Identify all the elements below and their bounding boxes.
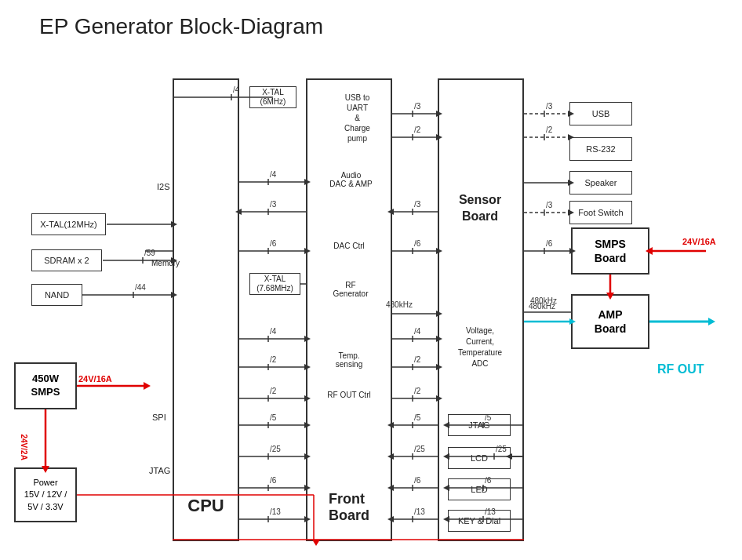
svg-text:/2: /2 <box>414 125 421 134</box>
front-board-label: Front Board <box>329 491 369 524</box>
svg-marker-146 <box>708 318 715 325</box>
annotation-24v16a-smps: 24V/16A <box>682 237 716 246</box>
temp-sensing-label: Temp.sensing <box>314 351 384 369</box>
svg-text:/3: /3 <box>414 102 421 111</box>
svg-text:/5: /5 <box>270 413 277 422</box>
nand-box: NAND <box>31 284 82 306</box>
sensor-board-box <box>438 78 524 541</box>
smps-board-label: SMPS Board <box>595 237 626 265</box>
audio-dac-label: AudioDAC & AMP <box>314 171 388 188</box>
smps-450-box: 450W SMPS <box>14 362 77 409</box>
svg-text:/2: /2 <box>270 387 277 395</box>
cpu-box: CPU I2S SPI JTAG <box>173 78 239 541</box>
svg-text:/44: /44 <box>135 283 146 292</box>
xtal6-box: X-TAL (6MHz) <box>249 86 296 108</box>
amp-board-label: AMP Board <box>595 307 626 336</box>
svg-text:/2: /2 <box>546 125 553 134</box>
cpu-spi-label: SPI <box>152 413 166 422</box>
speaker-box: Speaker <box>569 171 632 195</box>
svg-text:/6: /6 <box>414 239 421 248</box>
key-dial-box: KEY & Dial <box>448 510 511 532</box>
rf-out-label: RF OUT <box>657 362 704 376</box>
rf-gen-label: RFGenerator <box>315 281 386 298</box>
cpu-jtag-label: JTAG <box>149 466 170 475</box>
vct-adc-label: Voltage,Current,TemperatureADC <box>441 325 519 369</box>
xtal768-box: X-TAL (7.68MHz) <box>249 273 300 295</box>
jtag-box: JTAG <box>448 414 511 436</box>
led-box: LED <box>448 478 511 500</box>
page-title: EP Generator Block-Diagram <box>39 14 323 39</box>
usb-box: USB <box>569 102 632 125</box>
svg-text:/2: /2 <box>270 355 277 364</box>
svg-text:/3: /3 <box>546 102 553 111</box>
sdram-box: SDRAM x 2 <box>31 249 102 271</box>
cpu-label: CPU <box>187 496 224 516</box>
svg-text:/4: /4 <box>414 327 421 336</box>
svg-text:/2: /2 <box>414 387 421 395</box>
rs232-box: RS-232 <box>569 137 632 161</box>
smps-450-label: 450W SMPS <box>31 373 60 399</box>
svg-text:/3: /3 <box>414 200 421 209</box>
annotation-24v2a: 24V/2A <box>20 435 28 460</box>
memory-label: Memory <box>151 259 180 267</box>
dac-ctrl-label: DAC Ctrl <box>314 242 384 250</box>
svg-text:/4: /4 <box>270 327 277 336</box>
power-label: Power 15V / 12V / 5V / 3.3V <box>24 477 67 513</box>
svg-text:/2: /2 <box>414 355 421 364</box>
svg-text:/6: /6 <box>414 476 421 485</box>
svg-text:/4: /4 <box>270 170 277 179</box>
svg-text:/3: /3 <box>270 200 277 209</box>
svg-text:/25: /25 <box>270 445 281 453</box>
smps-board-box: SMPS Board <box>571 227 649 275</box>
svg-text:/5: /5 <box>414 413 421 422</box>
annotation-24v16a-main: 24V/16A <box>78 374 112 384</box>
diagram-container: EP Generator Block-Diagram CPU I2S SPI J… <box>0 0 742 560</box>
xtal12-box: X-TAL(12MHz) <box>31 213 106 235</box>
front-board-box: Front Board <box>306 78 392 541</box>
svg-text:/6: /6 <box>546 239 553 248</box>
svg-marker-150 <box>144 382 151 390</box>
rf-out-ctrl-label: RF OUT Ctrl <box>314 391 384 399</box>
svg-text:/25: /25 <box>414 445 425 453</box>
svg-text:/6: /6 <box>270 476 277 485</box>
amp-board-box: AMP Board <box>571 294 649 349</box>
cpu-i2s-label: I2S <box>157 182 170 191</box>
power-box: Power 15V / 12V / 5V / 3.3V <box>14 467 77 522</box>
usb-uart-label: USB toUART&Chargepump <box>320 93 395 144</box>
foot-switch-box: Foot Switch <box>569 201 632 224</box>
sensor-board-inner-label: SensorBoard <box>441 192 519 225</box>
svg-text:/3: /3 <box>546 201 553 209</box>
lcd-box: LCD <box>448 447 511 469</box>
annotation-480khz-sensor: 480kHz <box>530 296 557 305</box>
svg-text:/59: /59 <box>144 249 155 257</box>
svg-text:/13: /13 <box>414 507 425 516</box>
svg-text:/13: /13 <box>270 507 281 516</box>
svg-text:/6: /6 <box>270 239 277 248</box>
